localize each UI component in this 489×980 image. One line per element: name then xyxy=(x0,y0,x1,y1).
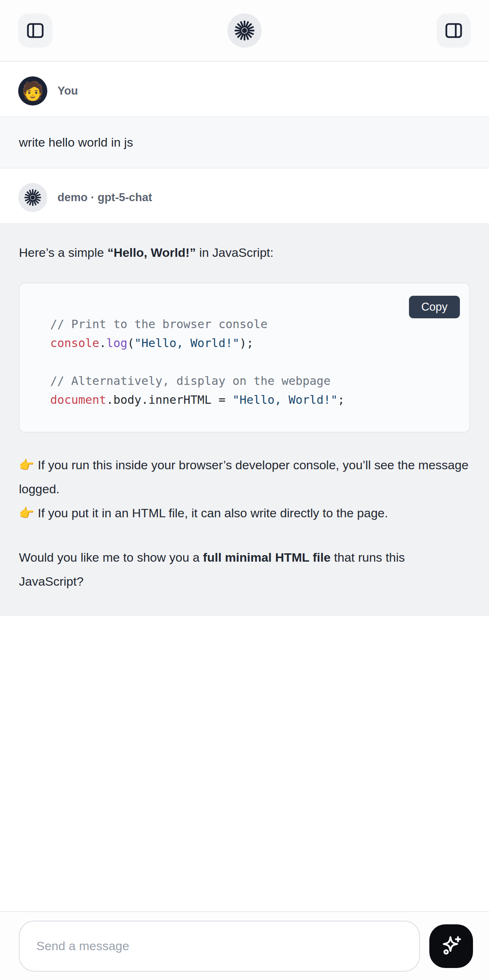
code-line xyxy=(50,353,455,371)
code-line: // Alternatively, display on the webpage xyxy=(50,371,455,390)
user-author-label: You xyxy=(57,84,78,97)
code-block: Copy // Print to the browser consolecons… xyxy=(19,283,470,433)
assistant-author-label: demo · gpt-5-chat xyxy=(57,191,152,204)
code-line: document.body.innerHTML = "Hello, World!… xyxy=(50,390,455,409)
person-emoji-icon: 🧑 xyxy=(21,82,44,100)
chat-scroll-area[interactable]: 🧑 You write hello world in js demo · gpt… xyxy=(0,62,489,911)
assistant-paragraphs: 👉 If you run this inside your browser’s … xyxy=(19,453,470,593)
user-message-text: write hello world in js xyxy=(19,135,133,149)
user-author-row: 🧑 You xyxy=(0,62,489,116)
code-line: console.log("Hello, World!"); xyxy=(50,334,455,353)
assistant-message: Here’s a simple “Hello, World!” in JavaS… xyxy=(0,223,489,616)
copy-button[interactable]: Copy xyxy=(409,296,460,318)
user-avatar: 🧑 xyxy=(18,76,47,105)
assistant-avatar xyxy=(18,183,47,212)
sparkle-icon xyxy=(439,934,464,959)
sidebar-right-icon xyxy=(444,21,464,40)
assistant-paragraph: Would you like me to show you a full min… xyxy=(19,545,470,593)
sidebar-toggle-button[interactable] xyxy=(18,13,53,48)
panel-toggle-button[interactable] xyxy=(436,13,471,48)
starburst-icon xyxy=(233,19,256,42)
sidebar-left-icon xyxy=(25,21,45,40)
assistant-author-row: demo · gpt-5-chat xyxy=(0,169,489,223)
assistant-intro: Here’s a simple “Hello, World!” in JavaS… xyxy=(19,240,470,264)
model-logo-badge[interactable] xyxy=(228,13,261,48)
code-line: // Print to the browser console xyxy=(50,315,455,334)
chat-app: 🧑 You write hello world in js demo · gpt… xyxy=(0,0,489,980)
top-bar xyxy=(0,0,489,62)
user-message: write hello world in js xyxy=(0,116,489,169)
assistant-paragraph: 👉 If you run this inside your browser’s … xyxy=(19,453,470,525)
message-input[interactable] xyxy=(19,921,420,972)
code-content: // Print to the browser consoleconsole.l… xyxy=(50,315,455,409)
send-button[interactable] xyxy=(429,924,473,968)
starburst-icon xyxy=(23,188,42,207)
composer-bar xyxy=(0,911,489,980)
